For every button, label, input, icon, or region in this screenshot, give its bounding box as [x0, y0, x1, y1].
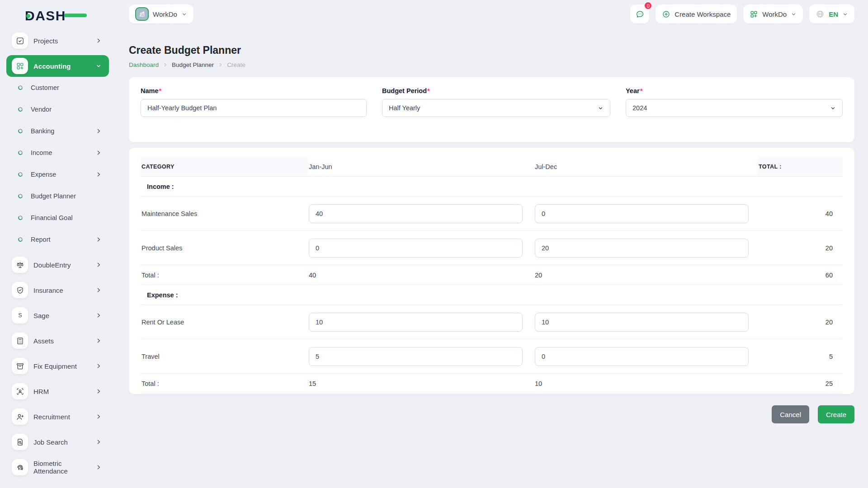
sidebar-item-banking[interactable]: Banking	[6, 120, 109, 142]
scales-icon	[12, 257, 28, 273]
sidebar-item-budget-planner[interactable]: Budget Planner	[6, 185, 109, 207]
sidebar-item-vendor[interactable]: Vendor	[6, 99, 109, 120]
category-label: Travel	[141, 353, 308, 360]
breadcrumb: Dashboard Budget Planner Create	[129, 61, 854, 68]
required-mark: *	[640, 87, 643, 94]
language-code: EN	[829, 10, 838, 18]
product-sales-jan-jun-input[interactable]	[309, 239, 523, 258]
category-row-maintenance-sales: Maintenance Sales40	[141, 197, 843, 231]
chevron-right-icon	[95, 262, 102, 268]
chevron-down-icon	[830, 105, 836, 111]
messages-count-badge: 0	[644, 1, 652, 10]
sidebar-item-label: Vendor	[31, 105, 102, 113]
sidebar-item-label: Expense	[31, 170, 95, 178]
sidebar: DASH ProjectsAccountingCustomerVendorBan…	[0, 0, 115, 488]
sidebar-item-sage[interactable]: SSage	[6, 305, 109, 326]
row-total-value: 20	[758, 319, 843, 326]
breadcrumb-separator-icon	[163, 62, 168, 67]
logo-dash-accent	[64, 14, 87, 17]
travel-jul-dec-input[interactable]	[535, 347, 749, 366]
budget-table: CATEGORYJan-JunJul-DecTOTAL :Income :Mai…	[141, 157, 843, 394]
workspace-avatar-icon	[135, 7, 149, 21]
year-select[interactable]: 2024	[626, 99, 843, 117]
create-workspace-button[interactable]: Create Workspace	[656, 5, 737, 23]
sidebar-item-label: Biometric Attendance	[33, 460, 95, 475]
sidebar-item-doubleentry[interactable]: DoubleEntry	[6, 254, 109, 276]
required-mark: *	[427, 87, 430, 94]
bullet-icon	[18, 172, 23, 177]
chevron-right-icon	[95, 171, 102, 178]
sidebar-nav: ProjectsAccountingCustomerVendorBankingI…	[0, 30, 115, 478]
name-input[interactable]	[141, 99, 367, 117]
grid-plus-icon	[12, 58, 28, 74]
sidebar-item-financial-goal[interactable]: Financial Goal	[6, 207, 109, 229]
archive-icon	[12, 358, 28, 374]
maintenance-sales-jul-dec-input[interactable]	[535, 204, 749, 223]
sidebar-item-label: Recruitment	[33, 413, 95, 421]
rent-or-lease-jul-dec-input[interactable]	[535, 313, 749, 332]
sidebar-item-recruitment[interactable]: Recruitment	[6, 406, 109, 427]
sidebar-item-label: Income	[31, 149, 95, 157]
sidebar-item-label: Fix Equipment	[33, 362, 95, 370]
budget-form-card: Name* Budget Period* Half Yearly Year* 2…	[129, 77, 854, 142]
travel-jan-jun-input[interactable]	[309, 347, 523, 366]
chevron-right-icon	[95, 338, 102, 344]
column-header-total: TOTAL :	[758, 157, 843, 176]
section-heading: Income :	[141, 183, 308, 190]
create-button[interactable]: Create	[818, 405, 854, 423]
doc-search-icon	[12, 434, 28, 450]
section-total-row: Total :151025	[141, 374, 843, 394]
bullet-icon	[18, 215, 23, 221]
chevron-right-icon	[95, 312, 102, 319]
total-jan-jun-value: 15	[308, 380, 534, 387]
shield-check-icon	[12, 282, 28, 298]
sidebar-item-projects[interactable]: Projects	[6, 30, 109, 52]
sidebar-item-hrm[interactable]: HRM	[6, 380, 109, 402]
chevron-right-icon	[95, 388, 102, 394]
budget-period-select[interactable]: Half Yearly	[382, 99, 610, 117]
sidebar-item-label: Job Search	[33, 438, 95, 446]
sidebar-item-customer[interactable]: Customer	[6, 77, 109, 99]
budget-table-card: CATEGORYJan-JunJul-DecTOTAL :Income :Mai…	[129, 148, 854, 394]
row-total-value: 20	[758, 244, 843, 252]
total-jan-jun-value: 40	[308, 272, 534, 279]
sidebar-item-job-search[interactable]: Job Search	[6, 431, 109, 453]
sidebar-item-assets[interactable]: Assets	[6, 330, 109, 352]
sidebar-item-fix-equipment[interactable]: Fix Equipment	[6, 355, 109, 377]
sidebar-item-expense[interactable]: Expense	[6, 164, 109, 185]
product-sales-jul-dec-input[interactable]	[535, 239, 749, 258]
year-value: 2024	[632, 104, 647, 112]
category-label: Rent Or Lease	[141, 319, 308, 326]
language-selector[interactable]: EN	[809, 5, 854, 23]
messages-button[interactable]: 0	[630, 5, 649, 23]
sidebar-item-insurance[interactable]: Insurance	[6, 279, 109, 301]
checkbox-icon	[12, 33, 28, 49]
sidebar-item-label: Report	[31, 235, 95, 244]
rent-or-lease-jan-jun-input[interactable]	[309, 313, 523, 332]
sidebar-item-label: Financial Goal	[31, 214, 102, 222]
section-heading-row: Expense :	[141, 285, 843, 305]
sidebar-item-label: Banking	[31, 127, 95, 135]
calculator-icon	[12, 333, 28, 349]
sidebar-item-label: Budget Planner	[31, 192, 102, 200]
breadcrumb-budget-planner-link[interactable]: Budget Planner	[172, 61, 214, 68]
chevron-right-icon	[95, 287, 102, 293]
sidebar-item-report[interactable]: Report	[6, 229, 109, 250]
app-logo[interactable]: DASH	[0, 0, 115, 26]
chevron-right-icon	[95, 150, 102, 156]
cancel-button[interactable]: Cancel	[772, 405, 809, 423]
chevron-right-icon	[95, 38, 102, 44]
sidebar-item-income[interactable]: Income	[6, 142, 109, 164]
bullet-icon	[18, 128, 23, 134]
sidebar-item-biometric-attendance[interactable]: Biometric Attendance	[6, 456, 109, 478]
section-heading: Expense :	[141, 291, 308, 299]
bullet-icon	[18, 85, 23, 90]
chat-icon	[635, 9, 645, 19]
user-workspace-menu[interactable]: WorkDo	[743, 5, 803, 23]
sidebar-item-accounting[interactable]: Accounting	[6, 55, 109, 77]
breadcrumb-dashboard-link[interactable]: Dashboard	[129, 61, 159, 68]
maintenance-sales-jan-jun-input[interactable]	[309, 204, 523, 223]
workspace-switcher[interactable]: WorkDo	[129, 5, 193, 23]
budget-period-value: Half Yearly	[389, 104, 420, 112]
row-total-value: 5	[758, 353, 843, 360]
